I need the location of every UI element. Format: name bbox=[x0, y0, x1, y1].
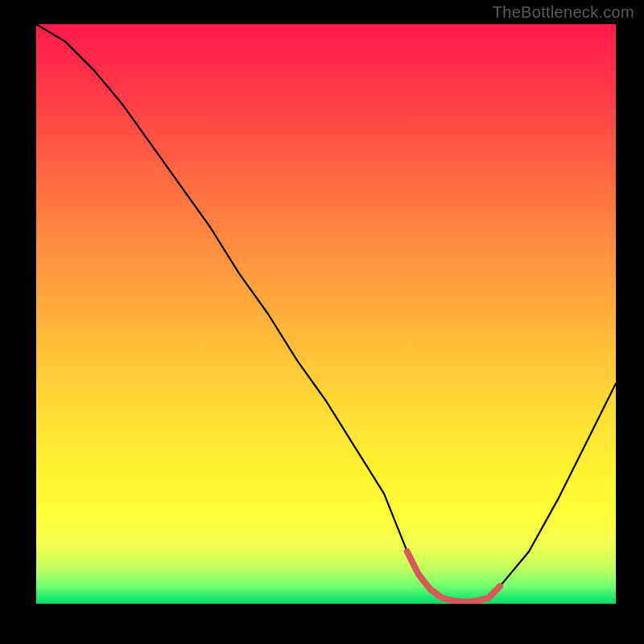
watermark-text: TheBottleneck.com bbox=[493, 3, 634, 22]
bottleneck-curve bbox=[36, 24, 616, 604]
optimal-range-marker bbox=[407, 551, 500, 602]
curve-path bbox=[36, 24, 616, 602]
chart-plot-area bbox=[36, 24, 616, 604]
